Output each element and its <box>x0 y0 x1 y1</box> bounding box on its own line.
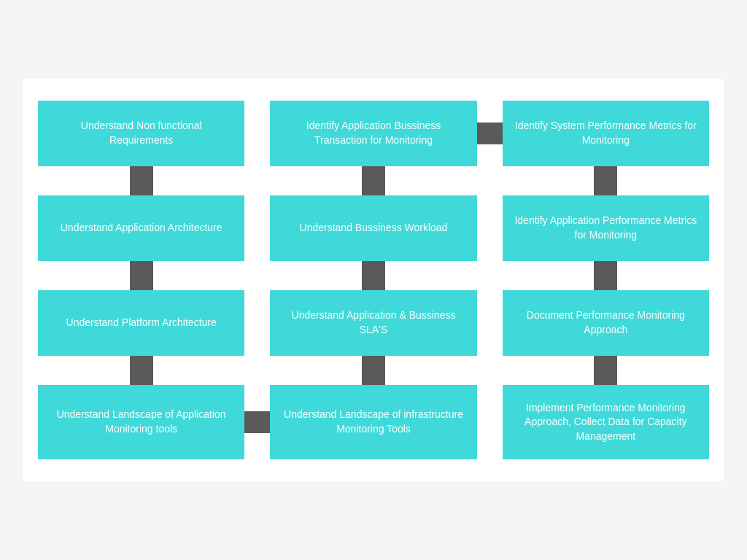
box-r3c3: Document Performance Monitoring Approach <box>503 290 709 356</box>
connector-row-1 <box>38 166 709 195</box>
row-4: Understand Landscape of Application Moni… <box>38 385 709 460</box>
box-r1c3: Identify System Performance Metrics for … <box>503 101 709 166</box>
vert-bar <box>130 261 153 290</box>
vert-bar <box>594 166 617 195</box>
vert-bar <box>362 356 385 385</box>
col-conn-1 <box>38 166 244 195</box>
col-conn-2 <box>270 166 476 195</box>
vert-bar <box>362 166 385 195</box>
vert-bar <box>594 356 617 385</box>
diagram: Understand Non functional Requirements I… <box>23 79 724 482</box>
box-r3c2: Understand Application & Bussiness SLA'S <box>270 290 476 356</box>
col-conn-3 <box>503 356 709 385</box>
box-r4c2: Understand Landscape of infrastructure M… <box>270 385 476 460</box>
col-conn-3 <box>503 261 709 290</box>
connector-row-3 <box>38 356 709 385</box>
box-r2c3: Identify Application Performance Metrics… <box>503 195 709 261</box>
col-conn-1 <box>38 356 244 385</box>
col-conn-1 <box>38 261 244 290</box>
vert-bar <box>594 261 617 290</box>
vert-bar <box>130 356 153 385</box>
col-conn-3 <box>503 166 709 195</box>
row-2: Understand Application Architecture Unde… <box>38 195 709 261</box>
row-1: Understand Non functional Requirements I… <box>38 101 709 166</box>
col-conn-2 <box>270 261 476 290</box>
box-r4c3: Implement Performance Monitoring Approac… <box>503 385 709 460</box>
vert-bar <box>130 166 153 195</box>
vert-bar <box>362 261 385 290</box>
col-conn-2 <box>270 356 476 385</box>
h-connector-r4 <box>244 411 270 433</box>
h-connector-r1 <box>477 122 503 144</box>
box-r2c2: Understand Bussiness Workload <box>270 195 476 261</box>
box-r3c1: Understand Platform Architecture <box>38 290 244 356</box>
box-r1c1: Understand Non functional Requirements <box>38 101 244 166</box>
connector-row-2 <box>38 261 709 290</box>
box-r1c2: Identify Application Bussiness Transacti… <box>270 101 476 166</box>
row-3: Understand Platform Architecture Underst… <box>38 290 709 356</box>
box-r2c1: Understand Application Architecture <box>38 195 244 261</box>
box-r4c1: Understand Landscape of Application Moni… <box>38 385 244 460</box>
